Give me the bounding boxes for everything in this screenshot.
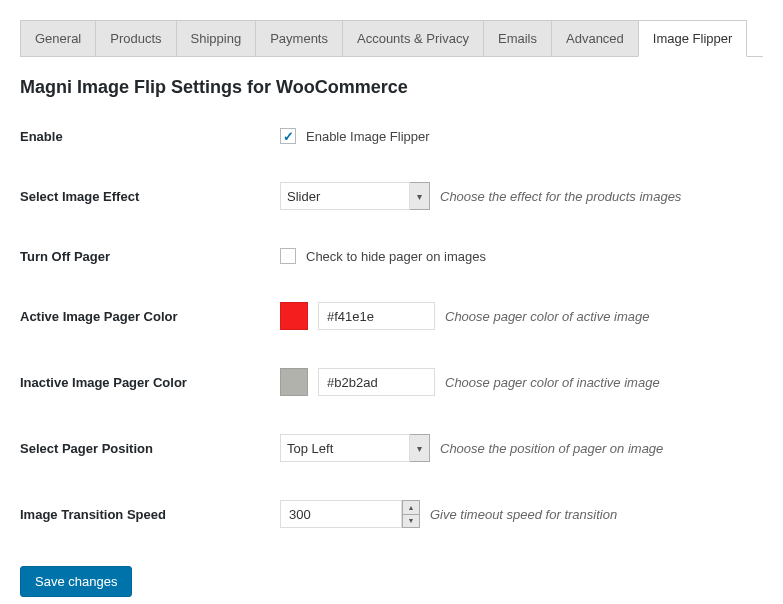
swatch-inactive-color[interactable]: [280, 368, 308, 396]
input-inactive-color[interactable]: [318, 368, 435, 396]
tab-general[interactable]: General: [20, 20, 96, 56]
row-pager-position: Select Pager Position Top Left ▾ Choose …: [20, 434, 763, 462]
row-active-color: Active Image Pager Color Choose pager co…: [20, 302, 763, 330]
swatch-active-color[interactable]: [280, 302, 308, 330]
tab-accounts-privacy[interactable]: Accounts & Privacy: [342, 20, 484, 56]
checkbox-turn-off-pager-label: Check to hide pager on images: [306, 249, 486, 264]
label-effect: Select Image Effect: [20, 189, 280, 204]
chevron-down-icon[interactable]: ▾: [410, 434, 430, 462]
label-inactive-color: Inactive Image Pager Color: [20, 375, 280, 390]
settings-tabs: General Products Shipping Payments Accou…: [20, 20, 763, 57]
spinner-up-icon[interactable]: ▲: [403, 501, 419, 515]
desc-transition-speed: Give timeout speed for transition: [430, 507, 617, 522]
row-turn-off-pager: Turn Off Pager Check to hide pager on im…: [20, 248, 763, 264]
label-transition-speed: Image Transition Speed: [20, 507, 280, 522]
label-active-color: Active Image Pager Color: [20, 309, 280, 324]
desc-effect: Choose the effect for the products image…: [440, 189, 681, 204]
tab-advanced[interactable]: Advanced: [551, 20, 639, 56]
chevron-down-icon[interactable]: ▾: [410, 182, 430, 210]
tab-products[interactable]: Products: [95, 20, 176, 56]
row-inactive-color: Inactive Image Pager Color Choose pager …: [20, 368, 763, 396]
number-spinner: ▲ ▼: [402, 500, 420, 528]
row-transition-speed: Image Transition Speed ▲ ▼ Give timeout …: [20, 500, 763, 528]
desc-inactive-color: Choose pager color of inactive image: [445, 375, 660, 390]
checkbox-enable-label: Enable Image Flipper: [306, 129, 430, 144]
tab-image-flipper[interactable]: Image Flipper: [638, 20, 747, 57]
desc-active-color: Choose pager color of active image: [445, 309, 650, 324]
tab-payments[interactable]: Payments: [255, 20, 343, 56]
settings-content: Magni Image Flip Settings for WooCommerc…: [0, 57, 783, 604]
page-title: Magni Image Flip Settings for WooCommerc…: [20, 77, 763, 98]
label-pager-position: Select Pager Position: [20, 441, 280, 456]
checkbox-enable[interactable]: [280, 128, 296, 144]
input-active-color[interactable]: [318, 302, 435, 330]
input-transition-speed[interactable]: [280, 500, 402, 528]
label-enable: Enable: [20, 129, 280, 144]
checkbox-turn-off-pager[interactable]: [280, 248, 296, 264]
tab-emails[interactable]: Emails: [483, 20, 552, 56]
label-turn-off-pager: Turn Off Pager: [20, 249, 280, 264]
tab-shipping[interactable]: Shipping: [176, 20, 257, 56]
row-enable: Enable Enable Image Flipper: [20, 128, 763, 144]
row-effect: Select Image Effect Slider ▾ Choose the …: [20, 182, 763, 210]
desc-pager-position: Choose the position of pager on image: [440, 441, 663, 456]
spinner-down-icon[interactable]: ▼: [403, 515, 419, 528]
select-pager-position[interactable]: Top Left: [280, 434, 410, 462]
select-effect[interactable]: Slider: [280, 182, 410, 210]
save-button[interactable]: Save changes: [20, 566, 132, 597]
